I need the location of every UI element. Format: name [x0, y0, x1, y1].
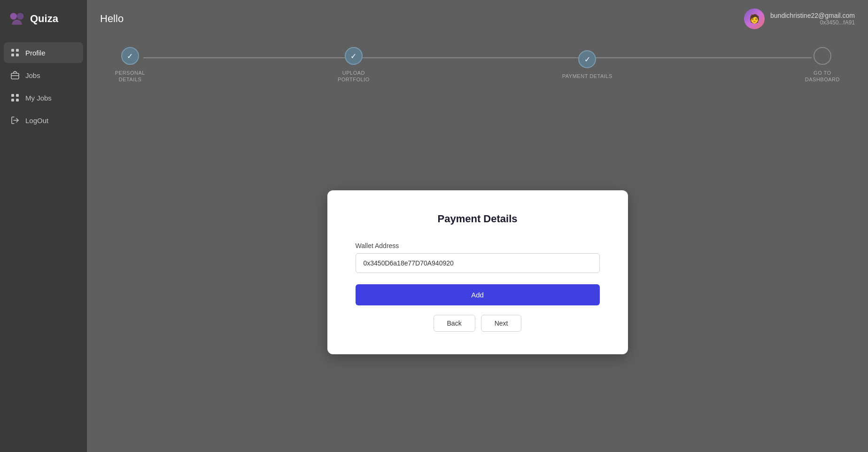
svg-rect-3 [16, 49, 19, 52]
step-label-payment: PAYMENT DETAILS [562, 73, 612, 79]
svg-rect-2 [11, 49, 14, 52]
svg-rect-9 [16, 94, 19, 97]
next-button[interactable]: Next [481, 315, 522, 332]
payment-details-card: Payment Details Wallet Address Add Back … [327, 190, 628, 354]
sidebar-item-jobs-label: Jobs [25, 71, 40, 79]
sidebar-item-profile-label: Profile [25, 49, 46, 57]
step-label-personal: PERSONALDETAILS [115, 70, 145, 83]
svg-rect-4 [11, 54, 14, 56]
user-info: 🧑 bundichristine22@gmail.com 0x3450...fA… [744, 8, 855, 29]
svg-rect-6 [11, 73, 19, 79]
logo-text: Quiza [30, 13, 58, 25]
step-dashboard: GO TODASHBOARD [805, 47, 840, 83]
step-circle-dashboard [814, 47, 831, 65]
check-icon-personal: ✓ [127, 52, 133, 61]
check-icon-portfolio: ✓ [350, 52, 356, 61]
svg-point-1 [17, 13, 23, 19]
sidebar: Quiza Profile [0, 0, 87, 452]
add-button[interactable]: Add [356, 284, 600, 305]
sidebar-item-logout-label: LogOut [25, 117, 48, 125]
user-details: bundichristine22@gmail.com 0x3450...fA91 [770, 12, 855, 26]
step-circle-portfolio: ✓ [345, 47, 363, 65]
header: Hello 🧑 bundichristine22@gmail.com 0x345… [87, 0, 868, 38]
jobs-icon [10, 70, 20, 80]
sidebar-nav: Profile Jobs My [0, 42, 87, 131]
wallet-input[interactable] [356, 253, 600, 273]
user-wallet: 0x3450...fA91 [820, 19, 855, 26]
svg-point-0 [10, 13, 17, 19]
wallet-label: Wallet Address [356, 242, 600, 249]
back-button[interactable]: Back [434, 315, 475, 332]
logo: Quiza [0, 0, 87, 38]
svg-rect-8 [11, 94, 14, 97]
check-icon-payment: ✓ [584, 55, 590, 64]
step-label-portfolio: UPLOADPORTFOLIO [338, 70, 370, 83]
user-email: bundichristine22@gmail.com [770, 12, 855, 19]
sidebar-item-myjobs[interactable]: My Jobs [4, 87, 83, 108]
myjobs-icon [10, 93, 20, 102]
sidebar-item-myjobs-label: My Jobs [25, 94, 52, 102]
svg-rect-11 [16, 99, 19, 101]
svg-rect-5 [16, 54, 19, 56]
step-label-dashboard: GO TODASHBOARD [805, 70, 840, 83]
step-circle-personal: ✓ [121, 47, 139, 65]
modal-title: Payment Details [438, 213, 518, 225]
profile-icon [10, 48, 20, 57]
step-portfolio: ✓ UPLOADPORTFOLIO [338, 47, 370, 83]
avatar: 🧑 [744, 8, 765, 29]
stepper: ✓ PERSONALDETAILS ✓ UPLOADPORTFOLIO ✓ PA… [87, 38, 868, 93]
main-content: Hello 🧑 bundichristine22@gmail.com 0x345… [87, 0, 868, 452]
stepper-line [143, 57, 812, 58]
svg-rect-10 [11, 99, 14, 101]
sidebar-item-jobs[interactable]: Jobs [4, 65, 83, 86]
step-personal: ✓ PERSONALDETAILS [115, 47, 145, 83]
modal-actions: Back Next [434, 315, 522, 332]
wallet-form-group: Wallet Address [356, 242, 600, 273]
logout-icon [10, 116, 20, 125]
step-payment: ✓ PAYMENT DETAILS [562, 50, 612, 79]
sidebar-item-profile[interactable]: Profile [4, 42, 83, 63]
logo-icon [8, 10, 25, 27]
modal-overlay: Payment Details Wallet Address Add Back … [87, 93, 868, 452]
page-title: Hello [100, 13, 124, 25]
step-circle-payment: ✓ [578, 50, 596, 68]
sidebar-item-logout[interactable]: LogOut [4, 110, 83, 131]
